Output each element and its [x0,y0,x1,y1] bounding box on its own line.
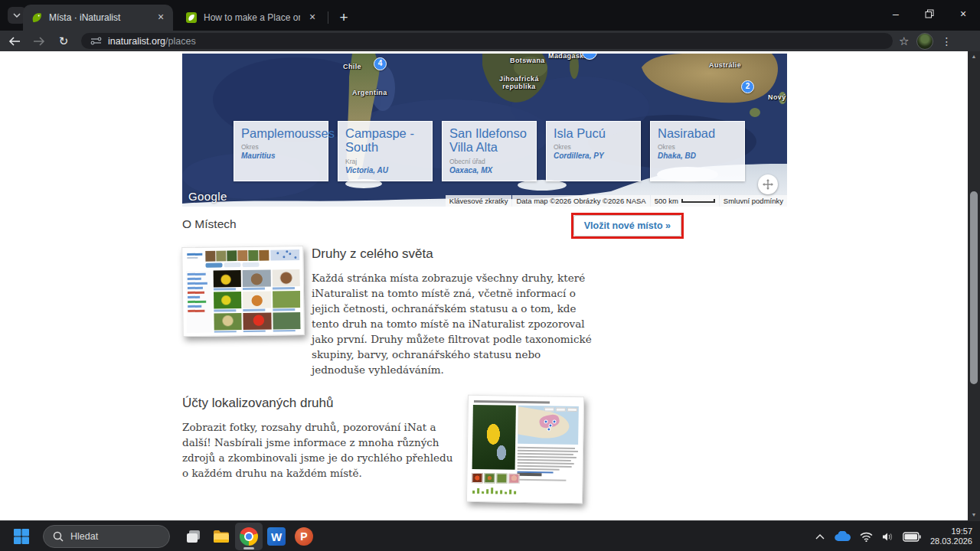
map-label-australia: Austrálie [709,61,741,69]
menu-kebab-icon[interactable]: ⋮ [941,35,952,47]
google-logo[interactable]: Google [188,190,227,203]
section-body: Zobrazit fotky, rozsahy druhů, pozorován… [182,419,458,481]
back-icon [8,36,21,47]
tab-howto[interactable]: How to make a Place on iNatur × [178,5,325,31]
windows-start-icon [13,528,30,545]
site-info-icon[interactable] [90,36,102,46]
forward-button[interactable] [29,33,49,50]
start-button[interactable] [8,523,35,550]
reload-button[interactable]: ↻ [54,33,74,50]
onedrive-icon[interactable] [834,531,851,542]
profile-avatar[interactable] [916,33,933,50]
url-host: inaturalist.org [108,36,165,47]
scroll-up-icon[interactable]: ▲ [968,51,980,62]
close-icon[interactable]: × [305,11,319,24]
scroll-down-icon[interactable]: ▼ [968,510,980,520]
map-scale: 500 km [651,195,719,207]
bookmark-star-icon[interactable]: ☆ [899,34,909,48]
wifi-icon[interactable] [860,532,873,542]
powerpoint-button[interactable]: P [290,523,318,550]
map-attribution: Klávesové zkratky Data map ©2026 Obrázky… [445,195,787,207]
page-viewport: Chile Argentina Botswana Jihoafrická rep… [0,51,968,520]
map-marker-south-america[interactable]: 4 [374,57,387,70]
section-heading: Účty lokalizovaných druhů [182,396,458,411]
map-label-argentina: Argentina [352,89,387,96]
powerpoint-icon: P [295,527,313,546]
chevron-up-icon[interactable] [815,534,825,540]
map-label-new-zealand: Nový Z [768,93,787,101]
keyboard-shortcuts-link[interactable]: Klávesové zkratky [446,195,512,207]
tab-divider [328,11,328,24]
place-card[interactable]: San Ildefonso Villa Alta Obecní úřad Oax… [442,121,537,181]
map-label-south-africa: Jihoafrická republika [499,75,539,90]
task-view-icon [185,528,202,545]
section-species-accounts: Účty lokalizovaných druhů Zobrazit fotky… [182,396,787,503]
file-explorer-icon [212,527,230,546]
tab-places[interactable]: Místa · iNaturalist × [23,5,173,31]
task-view-button[interactable] [180,523,207,550]
page-scrollbar[interactable]: ▲ ▼ [968,51,980,520]
scrollbar-thumb[interactable] [970,191,978,384]
tab-title: How to make a Place on iNatur [204,12,300,23]
place-card[interactable]: Campaspe - South Kraj Victoria, AU [338,121,433,181]
volume-icon[interactable] [882,532,893,542]
new-tab-icon[interactable]: + [334,8,354,28]
taskbar-search[interactable]: Hledat [43,525,170,548]
inaturalist-icon [185,11,198,24]
chrome-button[interactable] [235,523,263,550]
map-marker-australia[interactable]: 2 [741,80,754,93]
place-cards-row: Pamplemousses Okres Mauritius Campaspe -… [234,121,745,181]
map-pan-button[interactable] [758,174,778,194]
tab-strip: Místa · iNaturalist × How to make a Plac… [0,0,980,31]
browser-toolbar: ↻ inaturalist.org/places ☆ ⋮ [0,31,980,51]
chrome-icon [240,527,258,546]
window-controls: – × [879,0,980,28]
word-button[interactable]: W [263,523,290,550]
section-species-from-world: Druhy z celého světa Každá stránka místa… [182,246,787,377]
annotation-highlight: Vložit nové místo » [571,213,684,239]
scale-bar [681,199,715,203]
toolbar-right: ☆ ⋮ [899,33,956,50]
forward-icon [33,36,45,47]
windows-taskbar: Hledat W P [0,520,980,551]
tab-title: Místa · iNaturalist [49,12,149,23]
place-card[interactable]: Nasirabad Okres Dhaka, BD [650,121,745,181]
species-account-thumbnail [466,395,584,504]
section-body: Každá stránka místa zobrazuje všechny dr… [312,270,596,377]
tray-date: 28.03.2026 [930,536,972,546]
tray-time: 19:57 [930,527,972,536]
close-icon[interactable]: × [154,11,168,24]
battery-icon[interactable] [903,532,921,542]
place-card[interactable]: Isla Pucú Okres Cordillera, PY [546,121,641,181]
map-data-text: Data map ©2026 Obrázky ©2026 NASA [512,195,649,207]
minimize-button[interactable]: – [879,0,913,28]
about-heading: O Místech [182,217,237,231]
search-icon [53,531,64,542]
map-label-chile: Chile [343,63,361,70]
address-bar[interactable]: inaturalist.org/places [81,33,893,49]
terms-link[interactable]: Smluvní podmínky [720,195,787,207]
close-window-button[interactable]: × [946,0,980,28]
system-tray: 19:57 28.03.2026 [815,521,980,551]
chevron-down-icon [13,13,21,18]
inaturalist-icon [31,11,43,24]
place-card[interactable]: Pamplemousses Okres Mauritius [234,121,328,181]
add-place-button[interactable]: Vložit nové místo » [573,215,681,236]
restore-icon [925,9,934,18]
species-list-thumbnail [181,246,305,337]
restore-button[interactable] [913,0,946,28]
section-heading: Druhy z celého světa [312,246,596,262]
map-label-botswana: Botswana [510,57,545,64]
word-icon: W [267,527,286,546]
url-path: /places [165,36,196,47]
file-explorer-button[interactable] [207,523,235,550]
places-map[interactable]: Chile Argentina Botswana Jihoafrická rep… [182,54,787,207]
taskbar-clock[interactable]: 19:57 28.03.2026 [930,527,972,546]
back-button[interactable] [5,33,24,50]
crosshair-icon [763,179,773,190]
